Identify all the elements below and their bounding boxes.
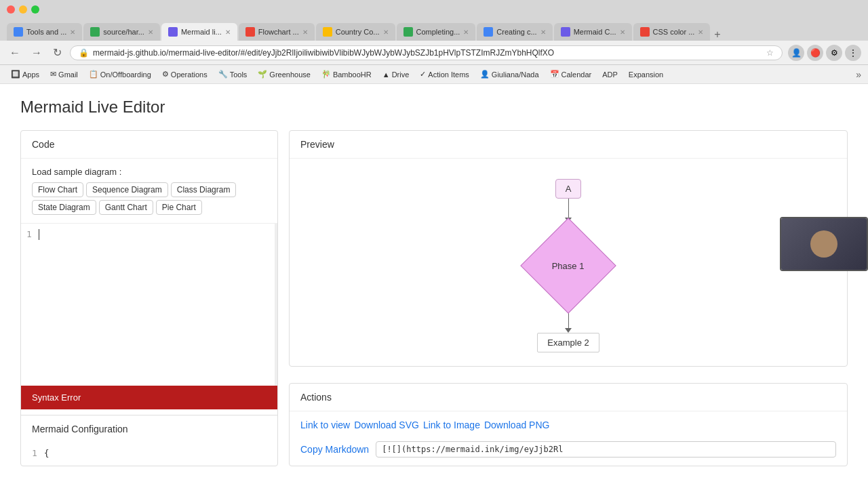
- tab-bar: Tools and ... ✕ source/har... ✕ Mermaid …: [0, 19, 868, 41]
- tab-country[interactable]: Country Co... ✕: [316, 23, 395, 41]
- actions-links: Link to view Download SVG Link to Image …: [290, 411, 847, 439]
- new-tab-button[interactable]: +: [711, 28, 723, 41]
- bookmark-label: Drive: [392, 70, 410, 79]
- profile-icon[interactable]: 👤: [788, 45, 804, 61]
- tab-label: Completing...: [416, 28, 460, 36]
- code-line-1: 1: [26, 229, 272, 240]
- copy-markdown-row: Copy Markdown [![](https://mermaid.ink/i…: [290, 439, 847, 466]
- code-editor[interactable]: 1: [21, 223, 277, 386]
- tab-close-icon[interactable]: ✕: [148, 28, 153, 36]
- tab-label: Flowchart ...: [258, 28, 299, 36]
- bookmark-action-items[interactable]: ✓ Action Items: [416, 68, 473, 80]
- bookmark-label: Tools: [230, 70, 248, 79]
- refresh-button[interactable]: ↻: [50, 45, 64, 60]
- tab-css[interactable]: CSS color ... ✕: [633, 23, 711, 41]
- right-column: Preview A: [289, 130, 848, 466]
- bookmark-label: Action Items: [428, 70, 469, 79]
- link-to-view[interactable]: Link to view: [300, 420, 350, 430]
- tab-close-icon[interactable]: ✕: [698, 28, 703, 36]
- bookmark-label: Greenhouse: [269, 70, 311, 79]
- bookmark-label: ADP: [602, 70, 618, 79]
- tab-source[interactable]: source/har... ✕: [83, 23, 160, 41]
- operations-icon: ⚙: [162, 70, 169, 79]
- class-diagram-button[interactable]: Class Diagram: [171, 182, 237, 197]
- download-png[interactable]: Download PNG: [484, 420, 550, 430]
- tab-close-icon[interactable]: ✕: [383, 28, 389, 36]
- tab-creating[interactable]: Creating c... ✕: [477, 23, 552, 41]
- load-sample-label: Load sample diagram :: [32, 167, 267, 177]
- bookmark-apps[interactable]: 🔲 Apps: [7, 68, 43, 80]
- bookmark-calendar[interactable]: 📅 Calendar: [546, 68, 596, 80]
- bookmark-label: Expansion: [629, 70, 663, 79]
- config-section: Mermaid Configuration 1 {: [21, 415, 277, 464]
- tab-favicon: [561, 27, 570, 37]
- tab-favicon: [640, 27, 650, 37]
- greenhouse-icon: 🌱: [258, 70, 267, 79]
- pie-chart-button[interactable]: Pie Chart: [156, 200, 202, 215]
- sample-buttons: Flow Chart Sequence Diagram Class Diagra…: [32, 182, 267, 215]
- download-svg[interactable]: Download SVG: [354, 420, 419, 430]
- bookmark-greenhouse[interactable]: 🌱 Greenhouse: [254, 68, 315, 80]
- sequence-diagram-button[interactable]: Sequence Diagram: [86, 182, 168, 197]
- bookmark-giuliana[interactable]: 👤 Giuliana/Nada: [476, 68, 543, 80]
- menu-icon[interactable]: ⋮: [845, 45, 861, 61]
- copy-markdown-button[interactable]: Copy Markdown: [300, 444, 369, 455]
- video-face: [810, 230, 837, 258]
- bookmark-label: Apps: [22, 70, 39, 79]
- bookmark-label: Calendar: [561, 70, 592, 79]
- config-editor[interactable]: 1 {: [21, 443, 277, 464]
- state-diagram-button[interactable]: State Diagram: [32, 200, 96, 215]
- bookmark-expansion[interactable]: Expansion: [625, 69, 667, 80]
- config-line-number: 1: [32, 448, 37, 458]
- bookmark-bamboohr[interactable]: 🎋 BambooHR: [317, 68, 376, 80]
- tab-favicon: [245, 27, 255, 37]
- actions-panel-header: Actions: [290, 384, 847, 411]
- bookmark-label: Operations: [171, 70, 208, 79]
- flow-chart-button[interactable]: Flow Chart: [32, 182, 83, 197]
- link-to-image[interactable]: Link to Image: [423, 420, 480, 430]
- bookmark-drive[interactable]: ▲ Drive: [378, 69, 414, 80]
- bookmark-onoffboarding[interactable]: 📋 On/Offboarding: [85, 68, 155, 80]
- minimize-button[interactable]: [19, 5, 27, 14]
- bookmark-label: Gmail: [58, 70, 78, 79]
- tab-favicon: [484, 27, 493, 37]
- tab-close-icon[interactable]: ✕: [302, 28, 308, 36]
- bookmark-icon[interactable]: ☆: [766, 48, 774, 58]
- bookmark-tools[interactable]: 🔧 Tools: [214, 68, 252, 80]
- config-line-1: 1 {: [32, 448, 267, 458]
- main-layout: Code Load sample diagram : Flow Chart Se…: [20, 130, 848, 466]
- tab-close-icon[interactable]: ✕: [540, 28, 546, 36]
- extension-icon2[interactable]: ⚙: [826, 45, 842, 61]
- tab-close-icon[interactable]: ✕: [620, 28, 625, 36]
- preview-content: A Phase 1: [290, 159, 847, 366]
- tab-close-icon[interactable]: ✕: [225, 28, 231, 36]
- tab-close-icon[interactable]: ✕: [463, 28, 469, 36]
- tab-mermaid2[interactable]: Mermaid C... ✕: [554, 23, 632, 41]
- resize-handle[interactable]: [275, 224, 277, 386]
- page-title: Mermaid Live Editor: [20, 98, 848, 117]
- close-button[interactable]: [7, 5, 15, 14]
- url-text: mermaid-js.github.io/mermaid-live-editor…: [93, 48, 762, 58]
- bookmark-label: Giuliana/Nada: [492, 70, 539, 79]
- bookmark-operations[interactable]: ⚙ Operations: [158, 68, 212, 80]
- forward-button[interactable]: →: [28, 45, 45, 60]
- bookmark-adp[interactable]: ADP: [598, 69, 622, 80]
- video-overlay: [780, 217, 868, 271]
- back-button[interactable]: ←: [7, 45, 23, 60]
- url-bar[interactable]: 🔒 mermaid-js.github.io/mermaid-live-edit…: [70, 45, 783, 60]
- tab-close-icon[interactable]: ✕: [70, 28, 75, 36]
- bookmarks-more-icon[interactable]: »: [856, 69, 861, 80]
- tab-tools[interactable]: Tools and ... ✕: [7, 23, 82, 41]
- tab-mermaid[interactable]: Mermaid li... ✕: [161, 23, 237, 41]
- tab-label: Country Co...: [336, 28, 380, 36]
- bookmark-gmail[interactable]: ✉ Gmail: [46, 68, 82, 80]
- diagram-node-a: A: [555, 179, 582, 199]
- line-number: 1: [26, 229, 32, 239]
- diamond-wrapper: Phase 1: [528, 225, 609, 306]
- gantt-chart-button[interactable]: Gantt Chart: [99, 200, 153, 215]
- tab-completing[interactable]: Completing... ✕: [397, 23, 476, 41]
- bookmarks-bar: 🔲 Apps ✉ Gmail 📋 On/Offboarding ⚙ Operat…: [0, 65, 868, 84]
- maximize-button[interactable]: [31, 5, 39, 14]
- tab-flowchart[interactable]: Flowchart ... ✕: [239, 23, 315, 41]
- extension-icon[interactable]: 🔴: [807, 45, 823, 61]
